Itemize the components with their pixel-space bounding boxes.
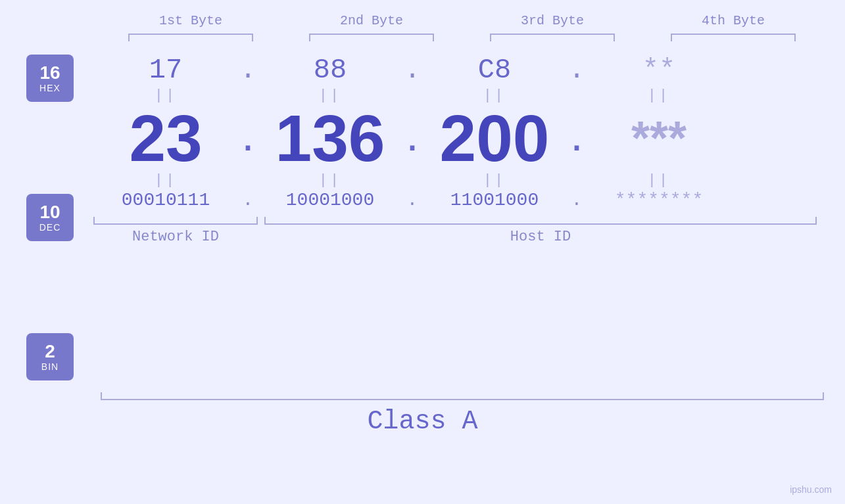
bin-b4: ******** [587, 190, 731, 210]
equals-row-2: || || || || [93, 172, 817, 189]
byte3-header: 3rd Byte [480, 13, 625, 28]
hex-b4: ** [587, 55, 731, 86]
hex-dot2: . [402, 55, 422, 86]
top-brackets [101, 34, 824, 41]
hex-dot3: . [567, 55, 587, 86]
hex-b1: 17 [93, 55, 238, 86]
byte1-header: 1st Byte [118, 13, 263, 28]
bin-dot2: . [402, 190, 422, 210]
bracket-byte1 [128, 34, 253, 41]
dec-badge-label: DEC [39, 222, 61, 233]
eq2-b2: || [258, 172, 402, 189]
eq2-b3: || [422, 172, 567, 189]
byte4-header: 4th Byte [661, 13, 806, 28]
eq2-b4: || [587, 172, 731, 189]
id-labels-row: Network ID Host ID [93, 229, 817, 245]
watermark: ipshu.com [790, 484, 832, 495]
hex-badge: 16 HEX [26, 55, 74, 102]
bracket-byte2 [309, 34, 434, 41]
bracket-byte3 [490, 34, 615, 41]
hex-data-row: 17 . 88 . C8 . ** [93, 55, 817, 86]
byte-headers: 1st Byte 2nd Byte 3rd Byte 4th Byte [101, 13, 824, 28]
hex-dot1: . [238, 55, 258, 86]
dec-data-row: 23 . 136 . 200 . *** [93, 105, 817, 171]
host-id-bracket [264, 217, 817, 225]
dec-badge: 10 DEC [26, 194, 74, 241]
bin-badge-num: 2 [45, 342, 55, 362]
badges-column: 16 HEX 10 DEC 2 BIN [26, 55, 74, 380]
class-label: Class A [0, 407, 845, 436]
dec-dot2: . [402, 108, 422, 161]
network-id-bracket [93, 217, 258, 225]
bin-badge: 2 BIN [26, 333, 74, 380]
dec-dot1: . [238, 108, 258, 161]
rows-area: 17 . 88 . C8 . ** || || || || 23 [93, 48, 845, 245]
eq1-b4: || [587, 87, 731, 104]
dec-b2: 136 [258, 105, 402, 171]
eq2-b1: || [93, 172, 238, 189]
dec-b4: *** [587, 114, 731, 162]
hex-b2: 88 [258, 55, 402, 86]
dec-dot3: . [567, 108, 587, 161]
hex-b3: C8 [422, 55, 567, 86]
bin-b2: 10001000 [258, 190, 402, 210]
bin-badge-label: BIN [41, 361, 59, 372]
bin-b1: 00010111 [93, 190, 238, 210]
hex-badge-num: 16 [39, 63, 60, 83]
bin-b3: 11001000 [422, 190, 567, 210]
dec-badge-num: 10 [39, 202, 60, 223]
hex-badge-label: HEX [39, 83, 60, 93]
dec-b1: 23 [93, 105, 238, 171]
dec-b3: 200 [422, 105, 567, 171]
bracket-byte4 [671, 34, 796, 41]
bottom-brackets-row [93, 217, 817, 225]
big-bracket [101, 392, 824, 400]
main-data-area: 16 HEX 10 DEC 2 BIN 17 . 88 . C8 . ** [0, 48, 845, 380]
bin-dot3: . [567, 190, 587, 210]
host-id-label: Host ID [264, 229, 817, 245]
bin-data-row: 00010111 . 10001000 . 11001000 . *******… [93, 190, 817, 210]
byte2-header: 2nd Byte [299, 13, 444, 28]
network-id-label: Network ID [93, 229, 258, 245]
bin-dot1: . [238, 190, 258, 210]
main-container: 1st Byte 2nd Byte 3rd Byte 4th Byte 16 H… [0, 0, 845, 504]
